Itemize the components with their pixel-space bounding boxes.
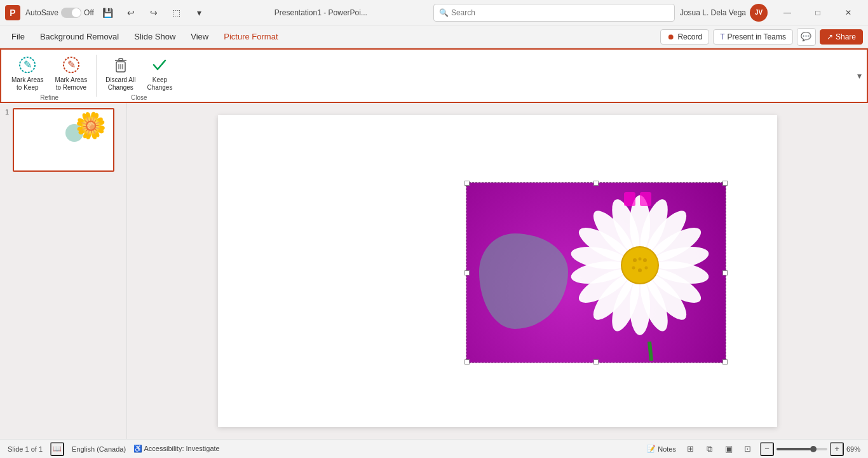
avatar[interactable]: JV	[750, 4, 768, 22]
user-info: Josua L. Dela Vega JV	[680, 4, 768, 22]
ribbon-divider-1	[96, 55, 97, 97]
notes-label: Notes	[658, 445, 676, 453]
menu-file[interactable]: File	[5, 29, 31, 44]
slide-panel: 1 🌼	[0, 103, 127, 439]
mark-remove-label: Mark Areasto Remove	[55, 76, 88, 92]
svg-line-10	[649, 342, 653, 361]
present-teams-button[interactable]: T Present in Teams	[713, 29, 793, 45]
svg-rect-38	[640, 192, 651, 206]
presenter-view-status-button[interactable]: ⊡	[741, 442, 755, 456]
close-section-label: Close	[100, 94, 177, 102]
statusbar: Slide 1 of 1 📖 English (Canada) ♿ Access…	[0, 439, 868, 458]
autosave-label: AutoSave	[25, 8, 58, 17]
mark-keep-icon: ✎	[17, 55, 37, 75]
daisy-flower	[548, 189, 726, 361]
teams-icon: T	[720, 32, 724, 41]
autosave-group: AutoSave Off	[25, 8, 94, 18]
zoom-slider-thumb	[810, 446, 817, 452]
zoom-level: 69%	[846, 445, 860, 453]
accessibility-icon: ♿	[133, 445, 142, 452]
save-button[interactable]: 💾	[99, 4, 117, 22]
refine-section-label: Refine	[6, 94, 92, 102]
menubar-right: ⏺ Record T Present in Teams 💬 ↗ Share	[660, 28, 863, 46]
document-title: Presentation1 - PowerPoi...	[214, 8, 428, 17]
canvas-area	[127, 103, 868, 439]
refine-tools: ✎ Mark Areasto Keep ✎ Mark Areasto Remov…	[6, 52, 92, 94]
main-area: 1 🌼	[0, 103, 868, 439]
ribbon-section-refine: ✎ Mark Areasto Keep ✎ Mark Areasto Remov…	[6, 52, 92, 99]
language-info: English (Canada)	[72, 445, 126, 453]
minimize-button[interactable]: —	[773, 3, 802, 23]
ribbon: ✎ Mark Areasto Keep ✎ Mark Areasto Remov…	[0, 48, 868, 103]
presenter-view-button[interactable]: ⬚	[168, 4, 186, 22]
discard-icon	[111, 55, 131, 75]
svg-rect-6	[119, 59, 123, 60]
undo-button[interactable]: ↩	[122, 4, 140, 22]
statusbar-right: 📝 Notes ⊞ ⧉ ▣ ⊡ − + 69%	[644, 442, 860, 456]
search-input[interactable]	[451, 8, 669, 17]
discard-all-changes-button[interactable]: Discard AllChanges	[100, 52, 140, 94]
zoom-out-button[interactable]: −	[760, 442, 774, 456]
keep-changes-icon	[149, 55, 170, 75]
user-name: Josua L. Dela Vega	[680, 8, 746, 17]
slide-sorter-button[interactable]: ⧉	[703, 442, 717, 456]
slide-canvas[interactable]	[218, 115, 777, 427]
menu-view[interactable]: View	[184, 29, 215, 44]
svg-point-33	[638, 268, 642, 272]
menu-picture-format[interactable]: Picture Format	[217, 29, 284, 44]
zoom-slider[interactable]	[776, 448, 827, 450]
keep-changes-label: KeepChanges	[147, 76, 172, 92]
reading-view-button[interactable]: ▣	[722, 442, 736, 456]
notes-button[interactable]: 📝 Notes	[644, 443, 679, 454]
record-button[interactable]: ⏺ Record	[660, 29, 709, 45]
close-button[interactable]: ✕	[834, 3, 863, 23]
ribbon-section-close: Discard AllChanges KeepChanges Close	[100, 52, 177, 99]
svg-text:✎: ✎	[67, 59, 75, 70]
zoom-slider-fill	[776, 448, 811, 450]
record-label: Record	[677, 32, 702, 41]
menu-slide-show[interactable]: Slide Show	[128, 29, 182, 44]
discard-label: Discard AllChanges	[105, 76, 135, 92]
window-controls: — □ ✕	[773, 3, 863, 23]
share-label: Share	[836, 32, 856, 41]
redo-button[interactable]: ↪	[145, 4, 163, 22]
comment-icon: 💬	[801, 32, 811, 41]
keep-changes-button[interactable]: KeepChanges	[142, 52, 177, 94]
image-container[interactable]	[466, 182, 726, 363]
share-icon: ↗	[827, 32, 833, 41]
titlebar: P AutoSave Off 💾 ↩ ↪ ⬚ ▾ Presentation1 -…	[0, 0, 868, 25]
autosave-state: Off	[84, 8, 94, 17]
present-teams-label: Present in Teams	[727, 32, 786, 41]
comment-button[interactable]: 💬	[797, 28, 816, 46]
mark-areas-to-keep-button[interactable]: ✎ Mark Areasto Keep	[6, 52, 49, 94]
normal-view-button[interactable]: ⊞	[684, 442, 698, 456]
app-logo: P	[5, 5, 20, 20]
svg-rect-37	[624, 192, 635, 206]
slide-image	[466, 183, 726, 363]
maximize-button[interactable]: □	[803, 3, 832, 23]
slide-notes-toggle[interactable]: 📖	[50, 442, 64, 456]
mark-areas-to-remove-button[interactable]: ✎ Mark Areasto Remove	[50, 52, 93, 94]
search-icon: 🔍	[439, 8, 449, 17]
zoom-controls: − + 69%	[760, 442, 860, 456]
svg-point-32	[643, 258, 647, 262]
ribbon-collapse-button[interactable]: ▾	[857, 71, 862, 81]
svg-point-30	[622, 247, 658, 283]
toggle-knob	[72, 8, 81, 17]
menu-background-removal[interactable]: Background Removal	[34, 29, 125, 44]
share-button[interactable]: ↗ Share	[820, 29, 863, 45]
search-bar[interactable]: 🔍	[433, 4, 675, 22]
svg-text:✎: ✎	[24, 59, 32, 70]
zoom-in-button[interactable]: +	[830, 442, 844, 456]
svg-point-35	[645, 267, 648, 270]
accessibility-info: ♿ Accessibility: Investigate	[133, 445, 220, 453]
notes-icon: 📝	[647, 445, 656, 453]
menubar: File Background Removal Slide Show View …	[0, 25, 868, 48]
customize-toolbar-button[interactable]: ▾	[191, 4, 208, 22]
svg-point-36	[639, 258, 642, 261]
autosave-toggle[interactable]	[61, 8, 81, 18]
record-icon: ⏺	[667, 32, 675, 41]
slide-number: 1	[5, 108, 9, 116]
slide-thumbnail[interactable]: 🌼	[13, 108, 114, 172]
slide-info: Slide 1 of 1	[8, 445, 43, 453]
